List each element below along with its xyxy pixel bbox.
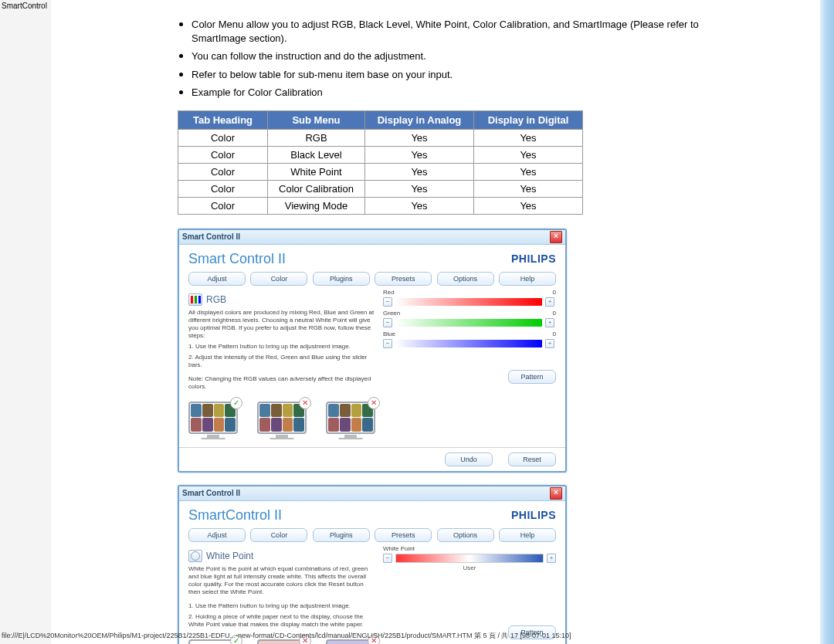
step-text: 1. Use the Pattern button to bring up th… [188,343,375,351]
intro-bullets: Color Menu allow you to adjust RGB, Blac… [178,15,749,100]
slider-value: 0 [553,310,556,317]
green-slider[interactable]: −+ [383,318,556,327]
monitor-preview: ✕ [257,402,307,439]
titlebar-text: Smart Control II [182,489,240,497]
tab-adjust[interactable]: Adjust [188,528,246,542]
plus-icon[interactable]: + [545,318,554,327]
td: Color [178,129,268,146]
app-title: Smart Control II [188,251,286,267]
checkmark-icon: ✓ [230,397,242,409]
user-label: User [383,564,556,571]
table-row: ColorColor CalibrationYesYes [178,180,583,197]
minus-icon[interactable]: − [383,339,392,348]
note-text: Note: Changing the RGB values can advers… [188,375,375,391]
tab-adjust[interactable]: Adjust [188,272,246,286]
tab-color[interactable]: Color [250,272,307,286]
main-content: Color Menu allow you to adjust RGB, Blac… [178,15,749,644]
whitepoint-icon [188,550,202,562]
bullet: Color Menu allow you to adjust RGB, Blac… [192,15,749,46]
plus-icon[interactable]: + [547,554,556,563]
td: Yes [474,129,583,146]
table-row: ColorViewing ModeYesYes [178,197,583,214]
minus-icon[interactable]: − [383,554,392,563]
step-text: 1. Use the Pattern button to bring up th… [188,602,375,610]
td: Yes [474,180,583,197]
section-title: RGB [206,294,226,305]
footer-file-path: file:///E|/LCD%20Monitor%20OEM/Philips/M… [2,631,571,641]
tab-plugins[interactable]: Plugins [313,272,370,286]
rgb-dialog: Smart Control II × Smart Control II PHIL… [178,229,567,473]
td: Color [178,146,268,163]
slider-label: Blue [383,330,395,337]
tab-options[interactable]: Options [437,528,494,542]
slider-label: Green [383,310,400,317]
td: Yes [365,163,474,180]
td: Yes [474,146,583,163]
color-menu-table: Tab Heading Sub Menu Display in Analog D… [178,110,583,215]
tab-row: Adjust Color Plugins Presets Options Hel… [188,272,556,286]
td: Color [178,163,268,180]
th: Display in Digital [474,110,583,129]
whitepoint-slider[interactable]: −+ [383,554,556,563]
dialog-footer: Undo Reset [179,447,565,471]
td: RGB [268,129,365,146]
tab-presets[interactable]: Presets [375,272,432,286]
cross-icon: ✕ [299,397,311,409]
titlebar-text: Smart Control II [182,232,240,241]
td: Yes [365,180,474,197]
tab-help[interactable]: Help [499,528,556,542]
brand-logo: PHILIPS [511,253,556,265]
table-row: ColorBlack LevelYesYes [178,146,583,163]
td: Yes [365,129,474,146]
tab-plugins[interactable]: Plugins [313,528,370,542]
slider-value: 0 [553,289,556,296]
td: Color Calibration [268,180,365,197]
section-heading: RGB [188,293,375,306]
step-text: 2. Holding a piece of white paper next t… [188,613,375,629]
right-strip [820,0,834,644]
titlebar: Smart Control II × [179,486,565,501]
bullet: You can follow the instruction and do th… [192,47,749,63]
table-header-row: Tab Heading Sub Menu Display in Analog D… [178,110,583,129]
tab-row: Adjust Color Plugins Presets Options Hel… [188,528,556,542]
step-text: 2. Adjust the intensity of the Red, Gree… [188,354,375,369]
th: Sub Menu [268,110,365,129]
plus-icon[interactable]: + [545,339,554,348]
reset-button[interactable]: Reset [508,452,556,466]
blue-slider[interactable]: −+ [383,339,556,348]
page-header-title: SmartControl [2,2,47,10]
tab-color[interactable]: Color [250,528,307,542]
close-icon[interactable]: × [550,487,562,500]
minus-icon[interactable]: − [383,318,392,327]
monitor-preview: ✕ [326,402,375,439]
section-heading: White Point [188,550,375,562]
brand-row: Smart Control II PHILIPS [188,251,556,267]
red-slider[interactable]: −+ [383,297,556,307]
table-row: ColorWhite PointYesYes [178,163,583,180]
description-text: All displayed colors are produced by mix… [188,309,375,340]
tab-options[interactable]: Options [437,272,494,286]
minus-icon[interactable]: − [383,297,392,307]
tab-presets[interactable]: Presets [375,528,432,542]
section-title: White Point [206,551,253,561]
td: Black Level [268,146,365,163]
td: Yes [474,197,583,214]
td: Color [178,180,268,197]
close-icon[interactable]: × [550,231,562,243]
undo-button[interactable]: Undo [445,452,493,466]
rgb-icon [188,293,202,306]
titlebar: Smart Control II × [179,230,565,245]
slider-value: 0 [553,330,556,337]
td: Color [178,197,268,214]
brand-row: SmartControl II PHILIPS [188,507,556,524]
td: White Point [268,163,365,180]
app-title: SmartControl II [188,507,282,524]
td: Yes [365,197,474,214]
tab-help[interactable]: Help [499,272,556,286]
pattern-button[interactable]: Pattern [508,370,556,384]
td: Yes [474,163,583,180]
plus-icon[interactable]: + [545,297,554,307]
whitepoint-dialog: Smart Control II × SmartControl II PHILI… [178,485,567,644]
left-margin [0,0,51,644]
td: Viewing Mode [268,197,365,214]
